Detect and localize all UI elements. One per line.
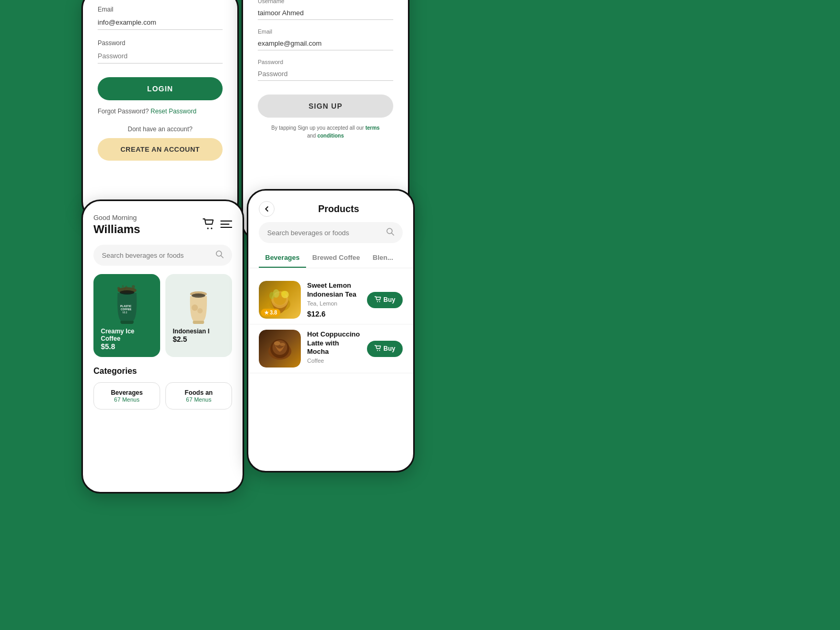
header-icons (203, 218, 232, 232)
coffee-image (259, 330, 301, 368)
svg-point-12 (117, 287, 120, 290)
home-search-bar[interactable] (93, 245, 232, 266)
svg-point-33 (274, 341, 280, 345)
banner-img-indonesian (173, 282, 225, 324)
create-account-button[interactable]: CREATE AN ACCOUNT (98, 138, 223, 161)
dont-have-account-text: Dont have an account? (98, 125, 223, 133)
password-input[interactable] (98, 50, 223, 64)
login-button[interactable]: LOGIN (98, 77, 223, 100)
password-label: Password (98, 39, 223, 47)
tab-brewed-coffee[interactable]: Brewed Coffee (306, 250, 366, 268)
menu-icon[interactable] (220, 220, 232, 230)
svg-point-35 (377, 350, 378, 351)
coffee-buy-button[interactable]: Buy (367, 341, 403, 357)
tea-rating-badge: ★ 3.8 (261, 309, 280, 317)
email-input[interactable] (98, 16, 223, 30)
products-header: Products (248, 191, 413, 222)
terms-text: By tapping Sign up you accepted all our … (258, 124, 393, 140)
banner2-title: Indonesian I (173, 328, 225, 335)
svg-point-27 (281, 291, 286, 296)
login-card: Email Password LOGIN Forgot Password? Re… (81, 0, 239, 220)
greeting-text: Good Morning (93, 214, 140, 222)
svg-point-29 (379, 301, 380, 302)
star-icon: ★ (264, 310, 269, 316)
email-label: Email (98, 6, 223, 13)
banner-img-coffee: PLASTIC COFFEE V6.0 (101, 282, 153, 324)
signup-button[interactable]: SIGN UP (258, 94, 393, 118)
products-tabs: Beverages Brewed Coffee Blen... (248, 250, 413, 268)
password-field-group: Password (98, 39, 223, 64)
banner1-title: Creamy Ice Coffee (101, 328, 153, 342)
svg-point-11 (120, 290, 134, 295)
svg-point-25 (269, 292, 275, 299)
password-field-group-signup: Password (258, 59, 393, 81)
banner2-price: $2.5 (173, 335, 225, 343)
products-search-bar[interactable] (259, 222, 403, 243)
product-info-coffee: Hot Coppuccino Latte with Mocha Coffee (307, 330, 361, 368)
email-label-signup: Email (258, 28, 393, 35)
cart-icon-buy-coffee (374, 345, 381, 353)
password-input-signup[interactable] (258, 68, 393, 81)
product-img-coffee (259, 330, 301, 368)
email-input-signup[interactable] (258, 37, 393, 50)
reset-password-link[interactable]: Reset Password (151, 108, 196, 115)
svg-point-14 (122, 285, 124, 287)
username-field-group: Username (258, 0, 393, 20)
svg-point-1 (211, 227, 213, 229)
email-field-group-signup: Email (258, 28, 393, 50)
svg-line-6 (221, 256, 223, 258)
products-title: Products (275, 204, 403, 215)
svg-point-34 (280, 343, 285, 346)
banner-indonesian[interactable]: Indonesian I $2.5 (165, 274, 232, 357)
email-field-group: Email (98, 6, 223, 30)
products-card: Products Beverages Brewed Coffee Blen... (247, 189, 415, 472)
categories-label: Categories (93, 366, 232, 376)
greeting-section: Good Morning Williams (93, 214, 140, 236)
product-row-coffee: Hot Coppuccino Latte with Mocha Coffee B… (248, 324, 413, 373)
banner-creamy-ice-coffee[interactable]: PLASTIC COFFEE V6.0 Creamy Ice Coffee $5… (93, 274, 160, 357)
tea-buy-button[interactable]: Buy (367, 292, 403, 308)
svg-point-28 (377, 301, 378, 302)
category-beverages[interactable]: Beverages 67 Menus (93, 382, 160, 410)
username-input[interactable] (258, 7, 393, 20)
tab-blend[interactable]: Blen... (366, 250, 400, 268)
svg-point-16 (192, 293, 205, 298)
tab-beverages[interactable]: Beverages (259, 250, 306, 268)
categories-row: Beverages 67 Menus Foods an 67 Menus (93, 382, 232, 410)
home-search-input[interactable] (102, 251, 215, 259)
svg-point-17 (192, 304, 198, 311)
tea-product-price: $12.6 (307, 310, 361, 318)
home-header: Good Morning Williams (93, 214, 232, 236)
cart-icon-buy (374, 296, 381, 304)
username-text: Williams (93, 223, 140, 236)
svg-line-20 (392, 233, 394, 235)
banner-row: PLASTIC COFFEE V6.0 Creamy Ice Coffee $5… (93, 274, 232, 357)
product-row-tea: ★ 3.8 Sweet Lemon Indonesian Tea Tea, Le… (248, 276, 413, 324)
coffee-product-name: Hot Coppuccino Latte with Mocha (307, 330, 361, 357)
tea-product-subtitle: Tea, Lemon (307, 300, 361, 307)
svg-point-13 (132, 285, 135, 288)
terms-link[interactable]: terms (365, 125, 380, 131)
back-button[interactable] (259, 201, 275, 217)
products-search-input[interactable] (267, 229, 386, 237)
conditions-link[interactable]: conditions (317, 133, 344, 139)
cart-icon[interactable] (203, 218, 215, 232)
username-label: Username (258, 0, 393, 4)
forgot-password-row: Forgot Password? Reset Password (98, 108, 223, 115)
svg-text:V6.0: V6.0 (122, 311, 128, 314)
svg-point-36 (379, 350, 380, 351)
tea-product-name: Sweet Lemon Indonesian Tea (307, 281, 361, 299)
product-info-tea: Sweet Lemon Indonesian Tea Tea, Lemon $1… (307, 281, 361, 318)
category-foods[interactable]: Foods an 67 Menus (165, 382, 232, 410)
search-icon (215, 250, 224, 260)
product-img-tea: ★ 3.8 (259, 281, 301, 319)
coffee-product-subtitle: Coffee (307, 358, 361, 364)
home-card: Good Morning Williams (81, 200, 244, 494)
banner1-price: $5.8 (101, 342, 153, 351)
svg-text:COFFEE: COFFEE (121, 308, 132, 311)
svg-point-18 (197, 308, 203, 313)
password-label-signup: Password (258, 59, 393, 65)
svg-point-0 (207, 227, 209, 229)
search-icon-products (386, 227, 394, 238)
